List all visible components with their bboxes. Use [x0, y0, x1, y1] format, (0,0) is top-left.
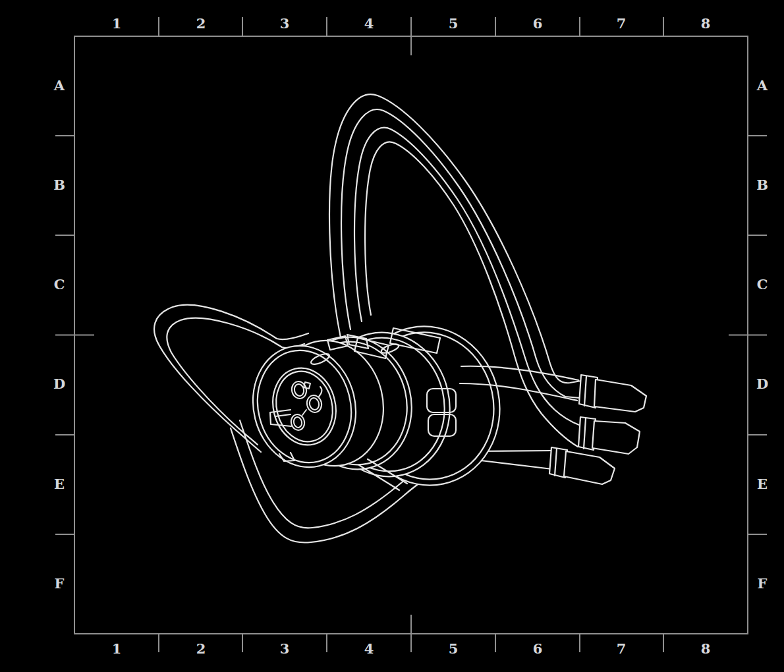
zone-label-col8-bottom: 8	[701, 640, 711, 657]
technical-drawing: 1 2 3 4 5 6 7 8 1 2 3 4 5 6 7 8 A B C D …	[0, 0, 784, 672]
zone-label-col8-top: 8	[701, 15, 711, 32]
zone-label-col7-top: 7	[617, 15, 627, 32]
zone-label-col5-top: 5	[449, 15, 459, 32]
zone-label-col6-top: 6	[533, 15, 543, 32]
zone-label-rowC-left: C	[54, 276, 65, 293]
zone-label-col2-bottom: 2	[196, 640, 206, 657]
zone-label-col1-bottom: 1	[112, 640, 122, 657]
zone-label-col6-bottom: 6	[533, 640, 543, 657]
zone-label-rowB-right: B	[756, 177, 768, 193]
zone-label-col1-top: 1	[112, 15, 122, 32]
zone-label-rowD-right: D	[756, 376, 768, 392]
zone-label-rowC-right: C	[757, 276, 768, 293]
zone-label-col3-bottom: 3	[280, 640, 290, 657]
zone-label-rowF-right: F	[758, 575, 768, 592]
terminal-plug-bottom	[549, 447, 615, 484]
zone-label-rowA-left: A	[53, 77, 65, 94]
zone-label-col5-bottom: 5	[449, 640, 459, 657]
zone-label-rowD-left: D	[53, 376, 65, 392]
zone-label-rowE-right: E	[757, 476, 768, 492]
zone-label-rowE-left: E	[54, 476, 65, 492]
zone-label-col3-top: 3	[280, 15, 290, 32]
zone-label-col4-bottom: 4	[364, 640, 374, 657]
zone-label-col4-top: 4	[364, 15, 374, 32]
terminal-plug-top	[579, 375, 646, 412]
zone-label-rowF-left: F	[55, 575, 65, 592]
terminal-plug-middle	[578, 417, 640, 454]
zone-label-rowA-right: A	[756, 77, 768, 94]
headset-connector-figure	[154, 94, 646, 542]
terminal-plugs	[549, 375, 646, 484]
zone-label-col7-bottom: 7	[617, 640, 627, 657]
drawing-page: 1 2 3 4 5 6 7 8 1 2 3 4 5 6 7 8 A B C D …	[0, 0, 784, 672]
zone-label-col2-top: 2	[196, 15, 206, 32]
zone-label-rowB-left: B	[53, 177, 65, 193]
